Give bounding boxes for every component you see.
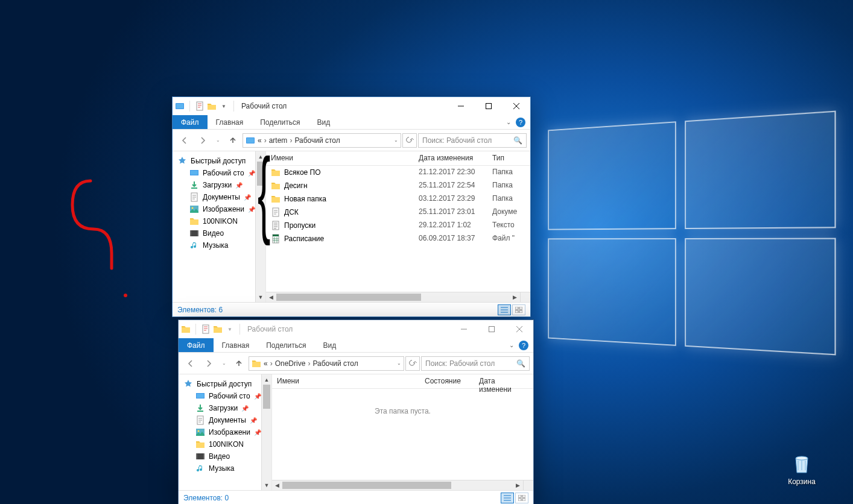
view-details-button[interactable] [501, 493, 514, 503]
forward-button[interactable] [194, 132, 211, 149]
history-dropdown[interactable]: ⌄ [218, 355, 229, 372]
titlebar[interactable]: ▼ Рабочий стол [179, 320, 533, 338]
scroll-thumb[interactable] [276, 294, 421, 301]
column-type[interactable]: Тип [487, 151, 530, 165]
scroll-right-icon[interactable]: ▶ [510, 292, 520, 302]
breadcrumb[interactable]: Рабочий стол [312, 359, 358, 368]
close-button[interactable] [503, 97, 530, 115]
refresh-button[interactable] [405, 356, 420, 371]
address-dropdown-icon[interactable]: ⌄ [394, 137, 398, 143]
scroll-left-icon[interactable]: ◀ [272, 480, 282, 490]
back-button[interactable] [176, 132, 193, 149]
minimize-button[interactable] [447, 97, 475, 115]
scroll-thumb[interactable] [263, 385, 270, 409]
qat-folder-icon[interactable] [213, 324, 223, 334]
scroll-down-icon[interactable]: ▼ [262, 480, 271, 490]
scroll-up-icon[interactable]: ▲ [262, 374, 271, 385]
sidebar-item-music[interactable]: Музыка [176, 239, 265, 251]
ribbon-collapse-icon[interactable]: ⌄ [506, 119, 511, 125]
sidebar-item-desktop[interactable]: Рабочий сто📌 [176, 167, 265, 179]
file-row[interactable]: Новая папка03.12.2017 23:29Папка [266, 192, 530, 206]
tab-view[interactable]: Вид [308, 115, 338, 129]
explorer-window-1[interactable]: ▼ Рабочий стол Файл Главная Поделиться В… [172, 96, 531, 317]
sidebar-item-video[interactable]: Видео [176, 227, 265, 239]
up-button[interactable] [224, 132, 241, 149]
sidebar-item-downloads[interactable]: Загрузки📌 [182, 402, 271, 414]
qat-properties-icon[interactable] [201, 324, 211, 334]
sidebar-item-video[interactable]: Видео [182, 450, 271, 462]
history-dropdown[interactable]: ⌄ [212, 132, 223, 149]
sidebar-item-music[interactable]: Музыка [182, 462, 271, 474]
column-date[interactable]: Дата изменения [414, 151, 487, 165]
tab-file[interactable]: Файл [179, 338, 214, 352]
breadcrumb[interactable]: « [264, 359, 268, 368]
scroll-down-icon[interactable]: ▼ [256, 292, 265, 302]
tab-home[interactable]: Главная [214, 338, 258, 352]
view-icons-button[interactable] [515, 493, 528, 503]
search-icon[interactable]: 🔍 [513, 136, 522, 145]
sidebar-quick-access[interactable]: Быстрый доступ [176, 155, 265, 167]
help-icon[interactable]: ? [516, 118, 525, 127]
tab-view[interactable]: Вид [314, 338, 344, 352]
sidebar-item-pictures[interactable]: Изображени📌 [176, 203, 265, 215]
explorer-window-2[interactable]: ▼ Рабочий стол Файл Главная Поделиться В… [178, 320, 534, 504]
sidebar-item-documents[interactable]: Документы📌 [182, 414, 271, 426]
up-button[interactable] [230, 355, 247, 372]
column-name[interactable]: Имени [266, 151, 414, 165]
address-bar[interactable]: « › OneDrive › Рабочий стол ⌄ [249, 356, 404, 371]
tab-share[interactable]: Поделиться [252, 115, 308, 129]
scroll-thumb[interactable] [282, 482, 451, 489]
close-button[interactable] [506, 320, 533, 338]
sidebar-quick-access[interactable]: Быстрый доступ [182, 378, 271, 390]
ribbon-collapse-icon[interactable]: ⌄ [509, 342, 514, 348]
tab-share[interactable]: Поделиться [258, 338, 314, 352]
refresh-button[interactable] [402, 133, 417, 148]
sidebar-item-documents[interactable]: Документы📌 [176, 191, 265, 203]
recycle-bin[interactable]: Корзина [778, 451, 826, 486]
horizontal-scrollbar[interactable]: ◀ ▶ [266, 292, 520, 302]
maximize-button[interactable] [475, 97, 503, 115]
breadcrumb[interactable]: Рабочий стол [294, 136, 340, 145]
minimize-button[interactable] [450, 320, 478, 338]
qat-folder-icon[interactable] [207, 101, 217, 111]
file-row[interactable]: Расписание06.09.2017 18:37Файл " [266, 232, 530, 245]
back-button[interactable] [182, 355, 199, 372]
column-name[interactable]: Имени [272, 374, 420, 388]
view-details-button[interactable] [498, 304, 511, 315]
file-row[interactable]: Всякое ПО21.12.2017 22:30Папка [266, 166, 530, 179]
address-dropdown-icon[interactable]: ⌄ [397, 361, 401, 366]
sidebar-item-folder[interactable]: 100NIKON [182, 438, 271, 450]
sidebar-item-folder[interactable]: 100NIKON [176, 215, 265, 227]
view-icons-button[interactable] [512, 304, 525, 315]
breadcrumb[interactable]: OneDrive [275, 359, 306, 368]
sidebar-item-pictures[interactable]: Изображени📌 [182, 426, 271, 438]
sidebar-scrollbar[interactable]: ▲ ▼ [261, 374, 271, 490]
sidebar-item-downloads[interactable]: Загрузки📌 [176, 179, 265, 191]
help-icon[interactable]: ? [519, 341, 528, 350]
qat-dropdown-icon[interactable]: ▼ [219, 101, 229, 111]
tab-home[interactable]: Главная [208, 115, 252, 129]
svg-rect-5 [208, 105, 216, 110]
column-date[interactable]: Дата изменени [474, 374, 533, 388]
file-row[interactable]: ДСК25.11.2017 23:01Докуме [266, 206, 530, 219]
forward-button[interactable] [200, 355, 217, 372]
sidebar-item-desktop[interactable]: Рабочий сто📌 [182, 390, 271, 402]
folder-icon [195, 439, 205, 449]
maximize-button[interactable] [478, 320, 506, 338]
titlebar[interactable]: ▼ Рабочий стол [173, 97, 530, 115]
document-icon [195, 415, 205, 425]
column-state[interactable]: Состояние [420, 374, 474, 388]
horizontal-scrollbar[interactable]: ◀ ▶ [272, 480, 523, 490]
scroll-left-icon[interactable]: ◀ [266, 292, 276, 302]
scroll-right-icon[interactable]: ▶ [513, 480, 523, 490]
qat-properties-icon[interactable] [195, 101, 205, 111]
file-row[interactable]: Пропуски29.12.2017 1:02Тексто [266, 219, 530, 232]
file-row[interactable]: Десигн25.11.2017 22:54Папка [266, 179, 530, 192]
tab-file[interactable]: Файл [173, 115, 208, 129]
search-icon[interactable]: 🔍 [516, 359, 525, 368]
download-icon [189, 180, 199, 190]
qat-dropdown-icon[interactable]: ▼ [225, 324, 235, 334]
breadcrumb[interactable]: artem [269, 136, 288, 145]
search-input[interactable]: Поиск: Рабочий стол 🔍 [421, 356, 530, 371]
search-input[interactable]: Поиск: Рабочий стол 🔍 [418, 133, 527, 148]
